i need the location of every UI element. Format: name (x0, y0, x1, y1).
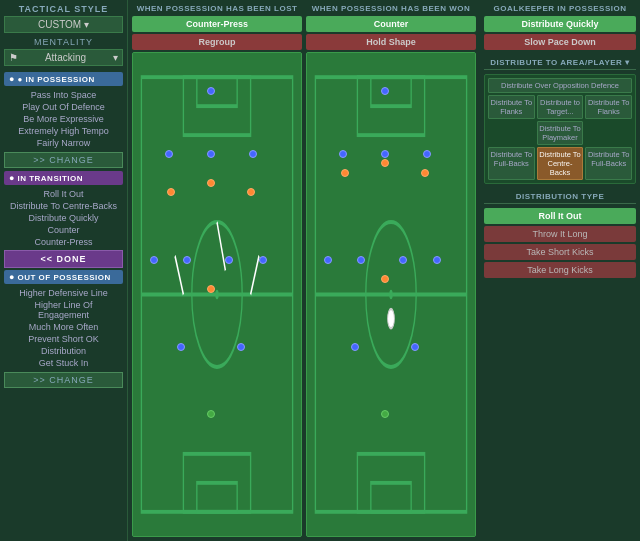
sidebar-item-counter[interactable]: Counter (4, 224, 123, 236)
player-dot (339, 150, 347, 158)
dist-playmaker-spacer-right (585, 121, 632, 145)
center-content: WHEN POSSESSION HAS BEEN LOST Counter-Pr… (128, 0, 480, 541)
player-dot (259, 256, 267, 264)
player-dot (165, 150, 173, 158)
dist-playmaker-spacer-left (488, 121, 535, 145)
distribute-quickly-btn[interactable]: Distribute Quickly (484, 16, 636, 32)
mentality-value: Attacking (45, 52, 86, 63)
sidebar-item-centre-backs[interactable]: Distribute To Centre-Backs (4, 200, 123, 212)
svg-point-4 (215, 290, 218, 300)
circle-icon-3: ● (9, 272, 14, 282)
chevron-left-icon: << (40, 254, 53, 264)
gk-title: GOALKEEPER IN POSSESSION (484, 4, 636, 13)
dist-full-backs-left[interactable]: Distribute To Full-Backs (488, 147, 535, 180)
slow-pace-btn[interactable]: Slow Pace Down (484, 34, 636, 50)
circle-icon: ● (9, 74, 14, 84)
svg-point-18 (388, 309, 395, 328)
transition-done-btn[interactable]: << DONE (4, 250, 123, 268)
mentality-icon: ⚑ (9, 52, 18, 63)
field-lost (132, 52, 302, 537)
player-dot (207, 87, 215, 95)
svg-point-13 (389, 290, 392, 300)
sidebar-item-roll[interactable]: Roll It Out (4, 188, 123, 200)
field-won (306, 52, 476, 537)
sidebar-item-narrow[interactable]: Fairly Narrow (4, 137, 123, 149)
player-dot (207, 150, 215, 158)
tactical-style-value[interactable]: CUSTOM ▾ (4, 16, 123, 33)
possession-lost-title: WHEN POSSESSION HAS BEEN LOST (132, 4, 302, 13)
goalkeeper-section: GOALKEEPER IN POSSESSION Distribute Quic… (484, 4, 636, 54)
sidebar-item-high-tempo[interactable]: Extremely High Tempo (4, 125, 123, 137)
circle-icon-2: ● (9, 173, 14, 183)
counter-press-btn[interactable]: Counter-Press (132, 16, 302, 32)
field-svg-won (307, 53, 475, 536)
player-dot (411, 343, 419, 351)
sidebar-item-high-def-line[interactable]: Higher Defensive Line (4, 287, 123, 299)
player-dot-opp (207, 285, 215, 293)
chevron-down-icon: ▾ (113, 52, 118, 63)
in-possession-header: ● ● IN POSSESSION (4, 72, 123, 86)
sidebar-item-distribution[interactable]: Distribution (4, 345, 123, 357)
sidebar-item-prevent-short[interactable]: Prevent Short OK (4, 333, 123, 345)
dist-over-opposition[interactable]: Distribute Over Opposition Defence (488, 78, 632, 93)
possession-lost-panel: WHEN POSSESSION HAS BEEN LOST Counter-Pr… (132, 4, 302, 537)
out-of-possession-header: ● OUT OF POSSESSION (4, 270, 123, 284)
dist-full-backs-right[interactable]: Distribute To Full-Backs (585, 147, 632, 180)
possession-change-btn[interactable]: >> CHANGE (4, 152, 123, 168)
distribute-area-title: DISTRIBUTE TO AREA/PLAYER ▾ (484, 58, 636, 70)
possession-sections: WHEN POSSESSION HAS BEEN LOST Counter-Pr… (132, 4, 476, 537)
chevron-icon-2: >> (33, 375, 46, 385)
dist-to-target[interactable]: Distribute to Target... (537, 95, 584, 119)
player-dot (351, 343, 359, 351)
right-panel: GOALKEEPER IN POSSESSION Distribute Quic… (480, 0, 640, 541)
distribution-type-section: DISTRIBUTION TYPE Roll It Out Throw It L… (484, 192, 636, 278)
distribution-type-title: DISTRIBUTION TYPE (484, 192, 636, 204)
dist-playmaker[interactable]: Distribute To Playmaker (537, 121, 584, 145)
player-dot (150, 256, 158, 264)
player-dot (237, 343, 245, 351)
player-dot (324, 256, 332, 264)
hold-shape-btn[interactable]: Hold Shape (306, 34, 476, 50)
sidebar: TACTICAL STYLE CUSTOM ▾ MENTALITY ⚑ Atta… (0, 0, 128, 541)
player-dot (423, 150, 431, 158)
tactical-style-label: TACTICAL STYLE (4, 4, 123, 14)
sidebar-item-much-more-often[interactable]: Much More Often (4, 321, 123, 333)
throw-it-long-btn[interactable]: Throw It Long (484, 226, 636, 242)
distribute-grid: Distribute Over Opposition Defence Distr… (484, 74, 636, 184)
mentality-label: MENTALITY (4, 37, 123, 47)
player-dot (381, 87, 389, 95)
sidebar-item-high-engagement[interactable]: Higher Line Of Engagement (4, 299, 123, 321)
dist-flanks-right[interactable]: Distribute To Flanks (585, 95, 632, 119)
sidebar-item-counter-press[interactable]: Counter-Press (4, 236, 123, 248)
player-dot (433, 256, 441, 264)
sidebar-item-pass-into-space[interactable]: Pass Into Space (4, 89, 123, 101)
sidebar-item-get-stuck[interactable]: Get Stuck In (4, 357, 123, 369)
chevron-icon: >> (33, 155, 46, 165)
counter-btn[interactable]: Counter (306, 16, 476, 32)
sidebar-item-play-out[interactable]: Play Out Of Defence (4, 101, 123, 113)
sidebar-item-distribute-quickly[interactable]: Distribute Quickly (4, 212, 123, 224)
long-kicks-btn[interactable]: Take Long Kicks (484, 262, 636, 278)
distribute-area-section: DISTRIBUTE TO AREA/PLAYER ▾ Distribute O… (484, 58, 636, 184)
player-dot (381, 150, 389, 158)
regroup-btn[interactable]: Regroup (132, 34, 302, 50)
possession-won-panel: WHEN POSSESSION HAS BEEN WON Counter Hol… (306, 4, 476, 537)
out-possession-change-btn[interactable]: >> CHANGE (4, 372, 123, 388)
possession-won-title: WHEN POSSESSION HAS BEEN WON (306, 4, 476, 13)
roll-it-out-btn[interactable]: Roll It Out (484, 208, 636, 224)
in-transition-header: ● IN TRANSITION (4, 171, 123, 185)
player-dot-opp (167, 188, 175, 196)
dropdown-icon[interactable]: ▾ (625, 58, 630, 67)
short-kicks-btn[interactable]: Take Short Kicks (484, 244, 636, 260)
player-dot (177, 343, 185, 351)
player-dot (249, 150, 257, 158)
player-dot-opp (207, 179, 215, 187)
sidebar-item-expressive[interactable]: Be More Expressive (4, 113, 123, 125)
player-dot-opp (341, 169, 349, 177)
field-svg-lost (133, 53, 301, 536)
dist-centre-backs[interactable]: Distribute To Centre-Backs (537, 147, 584, 180)
dist-flanks-left[interactable]: Distribute To Flanks (488, 95, 535, 119)
mentality-select[interactable]: ⚑ Attacking ▾ (4, 49, 123, 66)
